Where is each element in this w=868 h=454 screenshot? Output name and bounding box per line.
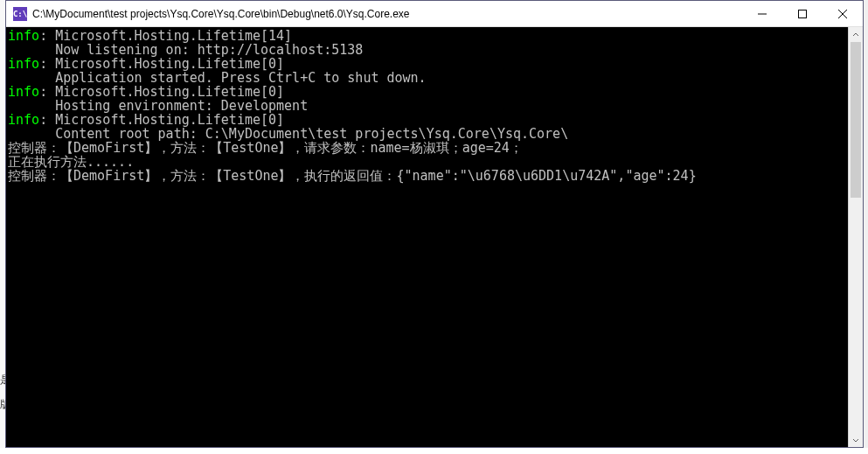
console-line: info: Microsoft.Hosting.Lifetime[0] [8,113,848,127]
console-line: Hosting environment: Development [8,99,848,113]
vertical-scrollbar[interactable] [848,27,863,447]
window-title: C:\MyDocument\test projects\Ysq.Core\Ysq… [32,8,742,20]
chevron-down-icon [852,437,859,444]
console-line: 控制器：【DemoFirst】，方法：【TestOne】，请求参数：name=杨… [8,141,848,155]
console-line: Now listening on: http://localhost:5138 [8,43,848,57]
console-line: Content root path: C:\MyDocument\test pr… [8,127,848,141]
background-bottom-strip [0,448,868,454]
console-output[interactable]: info: Microsoft.Hosting.Lifetime[14] Now… [6,27,848,447]
minimize-icon [758,10,767,18]
window-controls [742,1,863,26]
maximize-icon [798,10,807,18]
app-icon-text: C:\ [13,10,27,18]
scrollbar-thumb[interactable] [851,42,861,198]
app-icon: C:\ [13,7,27,21]
close-button[interactable] [823,1,863,26]
scroll-up-button[interactable] [849,27,863,42]
console-line: 正在执行方法...... [8,155,848,169]
console-window: C:\ C:\MyDocument\test projects\Ysq.Core… [5,0,864,448]
close-icon [838,10,847,18]
scroll-down-button[interactable] [849,432,863,447]
console-line: info: Microsoft.Hosting.Lifetime[0] [8,57,848,71]
log-text: 控制器：【DemoFirst】，方法：【TestOne】，执行的返回值：{"na… [8,168,697,184]
console-line: Application started. Press Ctrl+C to shu… [8,71,848,85]
console-line: 控制器：【DemoFirst】，方法：【TestOne】，执行的返回值：{"na… [8,169,848,183]
maximize-button[interactable] [782,1,823,26]
svg-rect-1 [799,10,807,17]
chevron-up-icon [852,31,859,38]
minimize-button[interactable] [742,1,782,26]
console-area: info: Microsoft.Hosting.Lifetime[14] Now… [6,27,863,447]
titlebar[interactable]: C:\ C:\MyDocument\test projects\Ysq.Core… [6,1,863,27]
scrollbar-track[interactable] [849,42,863,432]
console-line: info: Microsoft.Hosting.Lifetime[0] [8,85,848,99]
console-line: info: Microsoft.Hosting.Lifetime[14] [8,29,848,43]
